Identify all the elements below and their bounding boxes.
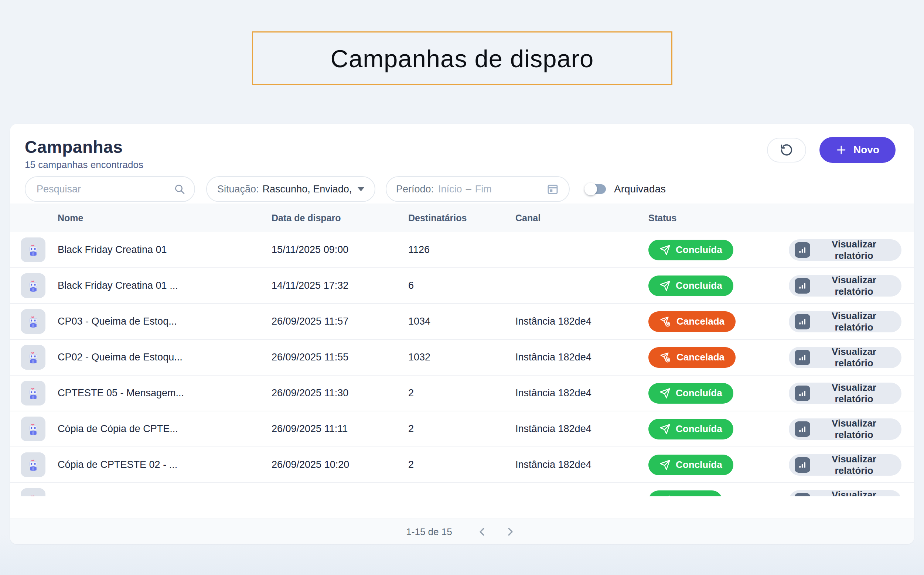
- col-canal: Canal: [515, 213, 648, 224]
- campaign-channel: Instância 182de4: [515, 423, 648, 435]
- campaign-status-cell: Concluída: [648, 419, 789, 440]
- panel-header: Campanhas 15 campanhas encontrados Novo: [10, 124, 914, 169]
- calendar-icon: [546, 183, 559, 196]
- campaign-name: Cópia de Cópia de CPTE...: [58, 423, 272, 435]
- status-badge[interactable]: Concluída: [648, 275, 733, 296]
- campaign-date: 26/09/2025 11:57: [272, 316, 408, 327]
- bar-chart-icon: [795, 421, 810, 437]
- table-row[interactable]: CP02 - Queima de Estoqu... 26/09/2025 11…: [10, 340, 914, 376]
- table-row[interactable]: Black Friday Creatina 01 15/11/2025 09:0…: [10, 232, 914, 268]
- next-page-button[interactable]: [503, 524, 518, 540]
- toggle-knob: [584, 183, 597, 195]
- campaign-avatar-cell: [21, 416, 58, 441]
- campaign-name: Black Friday Creatina 01: [58, 244, 272, 256]
- report-cell: Visualizar relatório: [789, 418, 902, 440]
- view-report-button[interactable]: Visualizar relatório: [789, 383, 902, 404]
- table-row[interactable]: Cópia de Cópia de CPTE... 26/09/2025 11:…: [10, 411, 914, 447]
- view-report-button[interactable]: Visualizar relatório: [789, 418, 902, 440]
- bar-chart-icon: [795, 457, 810, 473]
- table-row[interactable]: Visualizar relatório: [10, 483, 914, 496]
- table-row[interactable]: CPTESTE 05 - Mensagem... 26/09/2025 11:3…: [10, 376, 914, 411]
- panel-actions: Novo: [767, 137, 895, 163]
- campaign-recipients: 1034: [408, 316, 515, 327]
- campaign-recipients: 1032: [408, 351, 515, 363]
- new-campaign-button[interactable]: Novo: [819, 137, 895, 163]
- situacao-filter-dropdown[interactable]: Situação: Rascunho, Enviado, Agu...: [206, 176, 375, 202]
- campaign-avatar: [21, 237, 45, 262]
- report-cell: Visualizar relatório: [789, 383, 902, 404]
- status-badge-label: Concluída: [676, 388, 722, 399]
- campaign-status-cell: Cancelada: [648, 347, 789, 368]
- campaign-avatar: [21, 309, 45, 334]
- send-cancel-icon: [660, 351, 671, 364]
- campaign-date: 15/11/2025 09:00: [272, 244, 408, 256]
- view-report-label: Visualizar relatório: [816, 418, 892, 441]
- status-badge[interactable]: Concluída: [648, 454, 733, 475]
- col-nome: Nome: [58, 213, 272, 224]
- archived-filter: Arquivadas: [584, 182, 666, 196]
- campaign-recipients: 2: [408, 388, 515, 399]
- table-header: Nome Data de disparo Destinatários Canal…: [10, 203, 914, 232]
- campaign-channel: Instância 182de4: [515, 388, 648, 399]
- view-report-label: Visualizar relatório: [816, 382, 892, 405]
- view-report-button[interactable]: Visualizar relatório: [789, 239, 902, 261]
- campaign-status-cell: [648, 491, 789, 497]
- pagination-range: 1-15 de 15: [406, 526, 452, 538]
- search-icon: [173, 183, 186, 195]
- table-body: Black Friday Creatina 01 15/11/2025 09:0…: [10, 232, 914, 496]
- view-report-button[interactable]: Visualizar relatório: [789, 347, 902, 368]
- status-badge-label: Concluída: [676, 459, 722, 470]
- campaign-avatar-cell: [21, 273, 58, 298]
- bar-chart-icon: [795, 278, 810, 294]
- view-report-button[interactable]: Visualizar relatório: [789, 454, 902, 476]
- status-badge-label: Concluída: [676, 244, 722, 256]
- search-input[interactable]: [25, 176, 195, 202]
- robot-icon: [25, 278, 41, 294]
- view-report-button[interactable]: Visualizar relatório: [789, 275, 902, 297]
- report-cell: Visualizar relatório: [789, 454, 902, 476]
- report-cell: Visualizar relatório: [789, 275, 902, 297]
- campaign-avatar: [21, 273, 45, 298]
- robot-icon: [25, 349, 41, 365]
- table-row[interactable]: Black Friday Creatina 01 ... 14/11/2025 …: [10, 268, 914, 304]
- campaign-channel: Instância 182de4: [515, 459, 648, 470]
- campaign-status-cell: Concluída: [648, 275, 789, 296]
- periodo-filter[interactable]: Período: Início – Fim: [386, 176, 570, 202]
- bar-chart-icon: [795, 242, 810, 258]
- table-row[interactable]: Cópia de CPTESTE 02 - ... 26/09/2025 10:…: [10, 447, 914, 483]
- prev-page-button[interactable]: [474, 524, 490, 540]
- status-badge[interactable]: Concluída: [648, 240, 733, 260]
- campaign-avatar: [21, 416, 45, 441]
- campaign-recipients: 1126: [408, 244, 515, 256]
- report-cell: Visualizar relatório: [789, 347, 902, 368]
- view-report-button[interactable]: Visualizar relatório: [789, 490, 902, 497]
- status-badge[interactable]: [648, 491, 722, 497]
- campaign-channel: Instância 182de4: [515, 351, 648, 363]
- col-data-disparo: Data de disparo: [272, 213, 408, 224]
- status-badge[interactable]: Concluída: [648, 383, 733, 403]
- bar-chart-icon: [795, 350, 810, 365]
- campaign-avatar-cell: [21, 381, 58, 405]
- archived-toggle[interactable]: [584, 182, 607, 196]
- refresh-button[interactable]: [767, 138, 806, 162]
- campaign-avatar-cell: [21, 453, 58, 477]
- campaigns-panel: Campanhas 15 campanhas encontrados Novo: [10, 124, 914, 544]
- robot-icon: [25, 421, 41, 437]
- filter-bar: Situação: Rascunho, Enviado, Agu... Perí…: [10, 169, 914, 203]
- status-badge[interactable]: Concluída: [648, 419, 733, 440]
- view-report-button[interactable]: Visualizar relatório: [789, 311, 902, 332]
- report-cell: Visualizar relatório: [789, 239, 902, 261]
- status-badge[interactable]: Cancelada: [648, 347, 736, 368]
- campaign-avatar: [21, 453, 45, 477]
- periodo-start-placeholder: Início: [438, 184, 462, 195]
- periodo-label: Período:: [396, 184, 434, 195]
- send-icon: [660, 459, 671, 470]
- campaign-channel: Instância 182de4: [515, 316, 648, 327]
- status-badge[interactable]: Cancelada: [648, 311, 736, 332]
- campaign-avatar: [21, 381, 45, 405]
- campaign-name: Cópia de CPTESTE 02 - ...: [58, 459, 272, 470]
- campaign-avatar-cell: [21, 345, 58, 370]
- table-row[interactable]: CP03 - Queima de Estoq... 26/09/2025 11:…: [10, 304, 914, 340]
- report-cell: Visualizar relatório: [789, 490, 902, 497]
- view-report-label: Visualizar relatório: [816, 275, 892, 297]
